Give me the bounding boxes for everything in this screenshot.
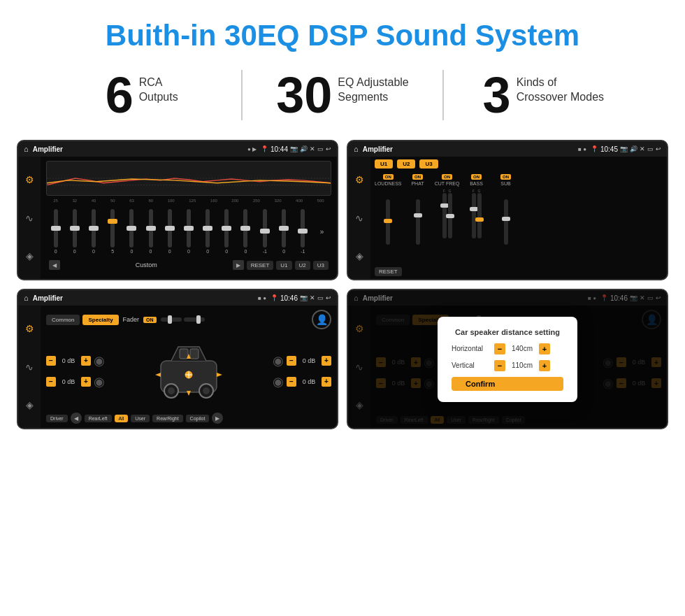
- sub-slider[interactable]: [504, 199, 508, 245]
- amp-u3-btn[interactable]: U3: [419, 159, 438, 169]
- phat-on-badge[interactable]: ON: [412, 174, 423, 180]
- bass-slider-f[interactable]: F: [472, 189, 476, 238]
- amp-reset-btn[interactable]: RESET: [375, 267, 402, 276]
- status-icons-1: 📍 10:44 📷 🔊 ✕ ▭ ↩: [261, 145, 331, 153]
- eq-slider-5[interactable]: 0: [129, 209, 134, 254]
- loudness-slider[interactable]: [386, 199, 390, 245]
- eq-bottom-bar: ◀ Custom ▶ RESET U1 U2 U3: [46, 259, 331, 271]
- back-icon-2[interactable]: ↩: [656, 145, 661, 152]
- cutfreq-slider-g[interactable]: G: [448, 189, 452, 238]
- expand-icon[interactable]: »: [320, 228, 324, 236]
- home-icon-3[interactable]: ⌂: [24, 294, 29, 302]
- dialog-title: Car speaker distance setting: [452, 328, 563, 336]
- back-icon-1[interactable]: ↩: [326, 145, 331, 152]
- user-btn[interactable]: User: [131, 415, 150, 422]
- eq-slider-1[interactable]: 0: [54, 209, 58, 254]
- right-speaker-controls: ◉ − 0 dB + ◉ − 0 dB +: [273, 353, 331, 389]
- svg-point-8: [203, 387, 210, 394]
- amp-cutfreq-ch: ON CUT FREQ F G: [434, 174, 461, 262]
- eq-slider-3[interactable]: 0: [92, 209, 96, 254]
- eq-slider-8[interactable]: 0: [187, 209, 191, 254]
- right-top-plus[interactable]: +: [322, 356, 331, 366]
- eq-slider-4[interactable]: 5: [110, 209, 115, 254]
- amp-u1-btn[interactable]: U1: [375, 159, 393, 169]
- vertical-plus[interactable]: +: [539, 360, 550, 371]
- eq-slider-2[interactable]: 0: [73, 209, 77, 254]
- eq-u2-btn[interactable]: U2: [295, 261, 310, 270]
- eq-slider-10[interactable]: 0: [224, 209, 229, 254]
- left-bottom-minus[interactable]: −: [46, 377, 56, 387]
- right-top-minus[interactable]: −: [287, 356, 296, 366]
- eq-slider-9[interactable]: 0: [206, 209, 210, 254]
- stats-row: 6 RCAOutputs 30 EQ AdjustableSegments 3 …: [0, 63, 685, 134]
- amp-presets-row: U1 U2 U3: [375, 159, 663, 169]
- horizontal-plus[interactable]: +: [539, 343, 550, 354]
- specialty-mode-btn[interactable]: Specialty: [82, 315, 118, 325]
- eq-icon-3[interactable]: ⚙: [25, 323, 34, 334]
- driver-btn[interactable]: Driver: [46, 415, 68, 422]
- wave-icon[interactable]: ∿: [25, 213, 34, 224]
- eq-slider-14[interactable]: -1: [301, 209, 305, 254]
- eq-icon[interactable]: ⚙: [25, 174, 34, 185]
- wave-icon-3[interactable]: ∿: [25, 361, 34, 373]
- copilot-arrow[interactable]: ▶: [212, 413, 223, 424]
- user-profile-icon[interactable]: 👤: [312, 310, 331, 329]
- copilot-btn[interactable]: Copilot: [186, 415, 210, 422]
- fader-on-badge[interactable]: ON: [143, 317, 157, 323]
- back-icon-3[interactable]: ↩: [326, 294, 331, 301]
- left-bottom-plus[interactable]: +: [81, 377, 91, 387]
- right-speaker-top-icon: ◉: [273, 353, 284, 368]
- status-bar-3: ⌂ Amplifier ■ ● 📍 10:46 📷 ✕ ▭ ↩: [18, 290, 337, 306]
- bass-on-badge[interactable]: ON: [471, 174, 482, 180]
- right-bottom-minus[interactable]: −: [287, 377, 296, 387]
- xover-body: − 0 dB + ◉ − 0 dB + ◉: [46, 332, 331, 410]
- eq-slider-7[interactable]: 0: [168, 209, 172, 254]
- screen-main-2: ⚙ ∿ ◈ U1 U2 U3 ON LOU: [348, 157, 667, 279]
- right-top-ctrl: ◉ − 0 dB +: [273, 353, 331, 368]
- fader-track-2[interactable]: [184, 317, 205, 322]
- stat-label-crossover: Kinds ofCrossover Modes: [517, 70, 604, 105]
- status-bar-1: ⌂ Amplifier ● ▶ 📍 10:44 📷 🔊 ✕ ▭ ↩: [18, 141, 337, 157]
- common-mode-btn[interactable]: Common: [46, 315, 80, 325]
- wave-icon-2[interactable]: ∿: [355, 213, 363, 224]
- vertical-minus[interactable]: −: [494, 360, 505, 371]
- left-top-plus[interactable]: +: [81, 356, 91, 366]
- rear-left-arrow[interactable]: ◀: [71, 413, 82, 424]
- fader-track-1[interactable]: [161, 317, 182, 322]
- amp-u2-btn[interactable]: U2: [397, 159, 415, 169]
- eq-prev-btn[interactable]: ◀: [49, 260, 60, 270]
- status-bar-2: ⌂ Amplifier ■ ● 📍 10:45 📷 🔊 ✕ ▭ ↩: [348, 141, 667, 157]
- speaker-icon-3[interactable]: ◈: [26, 399, 34, 410]
- home-icon-1[interactable]: ⌂: [24, 145, 29, 153]
- eq-slider-13[interactable]: 0: [282, 209, 286, 254]
- rearright-btn[interactable]: RearRight: [152, 415, 183, 422]
- screen-main-1: ⚙ ∿ ◈ 25 32 40: [18, 157, 337, 279]
- confirm-button[interactable]: Confirm: [452, 377, 563, 391]
- right-bottom-plus[interactable]: +: [322, 377, 331, 387]
- sub-on-badge[interactable]: ON: [500, 174, 511, 180]
- all-btn[interactable]: All: [115, 415, 129, 422]
- x-icon-3: ✕: [310, 294, 315, 301]
- cutfreq-on-badge[interactable]: ON: [442, 174, 452, 180]
- x-icon-2: ✕: [640, 145, 645, 152]
- eq-icon-2[interactable]: ⚙: [355, 174, 364, 185]
- left-top-minus[interactable]: −: [46, 356, 56, 366]
- horizontal-minus[interactable]: −: [494, 343, 505, 354]
- home-icon-2[interactable]: ⌂: [354, 145, 359, 153]
- eq-reset-btn[interactable]: RESET: [247, 261, 274, 270]
- stat-num-eq: 30: [276, 70, 332, 120]
- bass-slider-g[interactable]: G: [477, 189, 482, 238]
- loudness-on-badge[interactable]: ON: [383, 174, 394, 180]
- eq-u3-btn[interactable]: U3: [313, 261, 329, 270]
- dialog-overlay: Car speaker distance setting Horizontal …: [348, 290, 667, 428]
- eq-u1-btn[interactable]: U1: [276, 261, 291, 270]
- eq-next-btn[interactable]: ▶: [233, 260, 244, 270]
- speaker-icon-2[interactable]: ◈: [356, 250, 363, 262]
- eq-slider-11[interactable]: 0: [243, 209, 247, 254]
- app-name-1: Amplifier: [33, 145, 243, 153]
- rearleft-btn[interactable]: RearLeft: [85, 415, 112, 422]
- eq-slider-6[interactable]: 0: [149, 209, 153, 254]
- phat-slider[interactable]: [416, 199, 420, 245]
- eq-slider-12[interactable]: -1: [263, 209, 267, 254]
- speaker-icon[interactable]: ◈: [26, 250, 34, 262]
